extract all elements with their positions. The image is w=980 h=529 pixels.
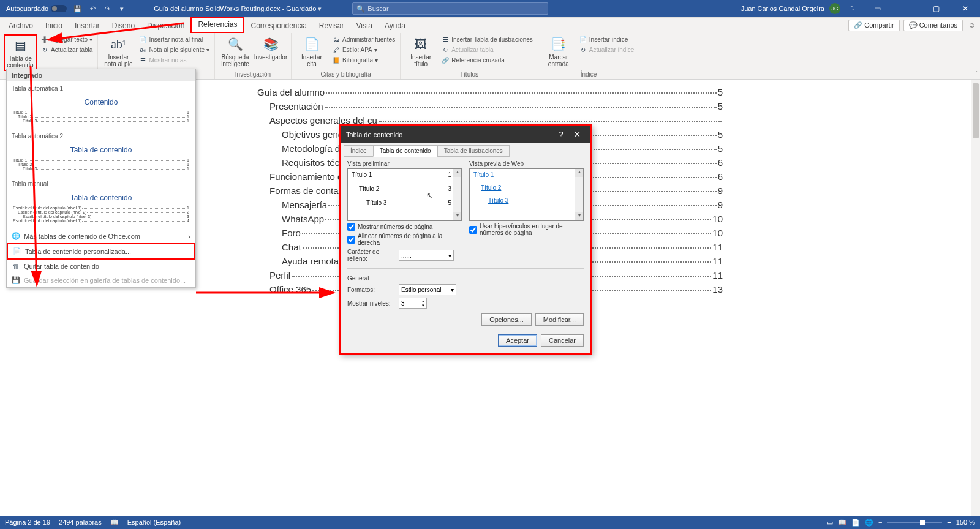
use-hyperlinks-checkbox[interactable]: Usar hipervínculos en lugar de números d… bbox=[469, 223, 584, 236]
web-preview: Título 1 Título 2 Título 3 ▴▾ bbox=[469, 168, 584, 221]
show-notes-button[interactable]: ☰Mostrar notas bbox=[137, 55, 211, 65]
add-text-button[interactable]: ➕Agregar texto ▾ bbox=[39, 34, 94, 44]
read-view-icon[interactable]: 📖 bbox=[838, 519, 846, 527]
leader-char-select[interactable]: ......▾ bbox=[399, 250, 454, 261]
help-icon[interactable]: ? bbox=[553, 130, 569, 139]
dialog-tab-toc[interactable]: Tabla de contenido bbox=[373, 145, 438, 157]
save-icon[interactable]: 💾 bbox=[72, 3, 83, 14]
insert-index-button[interactable]: 📄Insertar índice bbox=[578, 34, 635, 44]
cancel-button[interactable]: Cancelar bbox=[541, 334, 584, 347]
dialog-tabs: Índice Tabla de contenido Tabla de ilust… bbox=[341, 143, 590, 157]
show-pagenum-checkbox[interactable]: Mostrar números de página bbox=[347, 223, 462, 231]
toc-entry[interactable]: Guía del alumno5 bbox=[257, 87, 723, 97]
index-icon: 📑 bbox=[550, 36, 567, 53]
insert-caption-button[interactable]: 🖼Insertar título bbox=[404, 34, 437, 69]
tab-correspondencia[interactable]: Correspondencia bbox=[244, 19, 312, 33]
insert-endnote-button[interactable]: 📄Insertar nota al final bbox=[137, 34, 211, 44]
search-icon: 🔍 bbox=[356, 5, 365, 13]
custom-toc[interactable]: 📄Tabla de contenido personalizada... bbox=[7, 243, 195, 260]
modify-button[interactable]: Modificar... bbox=[535, 313, 584, 326]
levels-spinner[interactable]: 3▴▾ bbox=[399, 298, 427, 309]
gallery-manual[interactable]: Tabla manual Tabla de contenido Escribir… bbox=[7, 177, 195, 229]
status-bar: Página 2 de 19 2494 palabras 📖 Español (… bbox=[0, 516, 980, 529]
notify-icon[interactable]: ⚐ bbox=[847, 3, 858, 14]
print-preview: Título 11 Título 23 Título 35 ↖ ▴▾ bbox=[347, 168, 462, 221]
insert-tof-button[interactable]: ☰Insertar Tabla de ilustraciones bbox=[440, 34, 534, 44]
tab-diseno[interactable]: Diseño bbox=[106, 19, 141, 33]
toc-entry[interactable]: Presentación5 bbox=[257, 101, 723, 111]
tab-disposicion[interactable]: Disposición bbox=[141, 19, 190, 33]
collapse-ribbon-icon[interactable]: ˆ bbox=[976, 71, 978, 78]
redo-icon[interactable]: ↷ bbox=[102, 3, 113, 14]
update-table-button[interactable]: ↻Actualizar tabla bbox=[39, 45, 94, 54]
print-view-icon[interactable]: 📄 bbox=[851, 519, 860, 527]
zoom-out-icon[interactable]: − bbox=[878, 519, 882, 526]
web-view-icon[interactable]: 🌐 bbox=[865, 519, 873, 527]
undo-icon[interactable]: ↶ bbox=[87, 3, 98, 14]
tab-vista[interactable]: Vista bbox=[350, 19, 379, 33]
print-preview-col: Vista preliminar Título 11 Título 23 Tít… bbox=[347, 159, 462, 264]
gallery-auto1[interactable]: Tabla automática 1 Contenido Título 11 T… bbox=[7, 81, 195, 129]
toc-button[interactable]: ▤ Tabla de contenido bbox=[4, 34, 37, 71]
close-icon[interactable]: ✕ bbox=[569, 130, 585, 139]
zoom-in-icon[interactable]: + bbox=[947, 519, 951, 526]
user-name[interactable]: Juan Carlos Candal Orgeira bbox=[741, 5, 824, 12]
ribbon-tabs: Archivo Inicio Insertar Diseño Disposici… bbox=[0, 17, 980, 33]
document-title: Guía del alumno SolidWorks Routing.docx … bbox=[154, 5, 322, 13]
options-button[interactable]: Opciones... bbox=[481, 313, 532, 326]
smart-lookup-button[interactable]: 🔍Búsqueda inteligente bbox=[219, 34, 252, 69]
spellcheck-icon[interactable]: 📖 bbox=[110, 519, 119, 527]
gallery-auto2[interactable]: Tabla automática 2 Tabla de contenido Tí… bbox=[7, 129, 195, 177]
ribbon-group-captions: 🖼Insertar título ☰Insertar Tabla de ilus… bbox=[401, 33, 538, 79]
insert-footnote-button[interactable]: ab¹ Insertar nota al pie bbox=[102, 34, 135, 69]
ribbon-options-icon[interactable]: ▭ bbox=[865, 0, 889, 17]
gallery-header: Integrado bbox=[7, 69, 195, 81]
manage-sources-button[interactable]: 🗂Administrar fuentes bbox=[331, 34, 396, 44]
update-tof-button[interactable]: ↻Actualizar tabla bbox=[440, 45, 534, 54]
more-toc-office[interactable]: 🌐Más tablas de contenido de Office.com› bbox=[7, 229, 195, 243]
remove-toc[interactable]: 🗑Quitar tabla de contenido bbox=[7, 260, 195, 273]
researcher-button[interactable]: 📚Investigador bbox=[254, 34, 287, 62]
ribbon-group-citations: 📄Insertar cita 🗂Administrar fuentes 🖊Est… bbox=[292, 33, 401, 79]
insert-citation-button[interactable]: 📄Insertar cita bbox=[295, 34, 328, 69]
page-indicator[interactable]: Página 2 de 19 bbox=[5, 519, 50, 526]
tab-revisar[interactable]: Revisar bbox=[313, 19, 350, 33]
doc-icon: 📄 bbox=[13, 247, 21, 255]
ok-button[interactable]: Aceptar bbox=[498, 334, 537, 347]
zoom-value[interactable]: 150 % bbox=[956, 519, 975, 526]
share-button[interactable]: 🔗 Compartir bbox=[848, 20, 899, 31]
avatar[interactable]: JC bbox=[829, 3, 840, 14]
mark-entry-button[interactable]: 📑Marcar entrada bbox=[542, 34, 575, 69]
comments-button[interactable]: 💬 Comentarios bbox=[903, 20, 963, 31]
cite-icon: 📄 bbox=[303, 36, 320, 53]
citation-style-select[interactable]: 🖊Estilo: APA ▾ bbox=[331, 45, 396, 54]
caption-icon: 🖼 bbox=[412, 36, 429, 53]
dialog-tab-indice[interactable]: Índice bbox=[344, 145, 374, 157]
align-right-checkbox[interactable]: Alinear números de página a la derecha bbox=[347, 233, 462, 246]
tab-inicio[interactable]: Inicio bbox=[39, 19, 69, 33]
focus-view-icon[interactable]: ▭ bbox=[827, 519, 833, 527]
maximize-icon[interactable]: ▢ bbox=[924, 0, 948, 17]
cross-reference-button[interactable]: 🔗Referencia cruzada bbox=[440, 55, 534, 65]
dialog-tab-tof[interactable]: Tabla de ilustraciones bbox=[437, 145, 510, 157]
tab-archivo[interactable]: Archivo bbox=[2, 19, 39, 33]
zoom-slider[interactable] bbox=[887, 522, 942, 523]
remove-icon: 🗑 bbox=[12, 263, 20, 270]
tab-ayuda[interactable]: Ayuda bbox=[379, 19, 412, 33]
vertical-scrollbar[interactable] bbox=[971, 80, 980, 516]
bibliography-button[interactable]: 📙Bibliografía ▾ bbox=[331, 55, 396, 65]
next-footnote-button[interactable]: a₆Nota al pie siguiente ▾ bbox=[137, 45, 211, 54]
tab-insertar[interactable]: Insertar bbox=[69, 19, 106, 33]
minimize-icon[interactable]: — bbox=[894, 0, 919, 17]
close-icon[interactable]: ✕ bbox=[953, 0, 978, 17]
tab-referencias[interactable]: Referencias bbox=[190, 17, 244, 33]
formats-select[interactable]: Estilo personal▾ bbox=[399, 284, 456, 295]
word-count[interactable]: 2494 palabras bbox=[59, 519, 102, 526]
autosave-toggle[interactable]: Autoguardado bbox=[2, 5, 70, 12]
search-box[interactable]: 🔍 Buscar bbox=[352, 2, 548, 15]
feedback-icon[interactable]: ☺ bbox=[967, 17, 978, 33]
qat-dropdown-icon[interactable]: ▾ bbox=[116, 3, 127, 14]
update-index-button[interactable]: ↻Actualizar índice bbox=[578, 45, 635, 54]
book-icon: 📚 bbox=[262, 36, 279, 53]
language-indicator[interactable]: Español (España) bbox=[127, 519, 181, 526]
